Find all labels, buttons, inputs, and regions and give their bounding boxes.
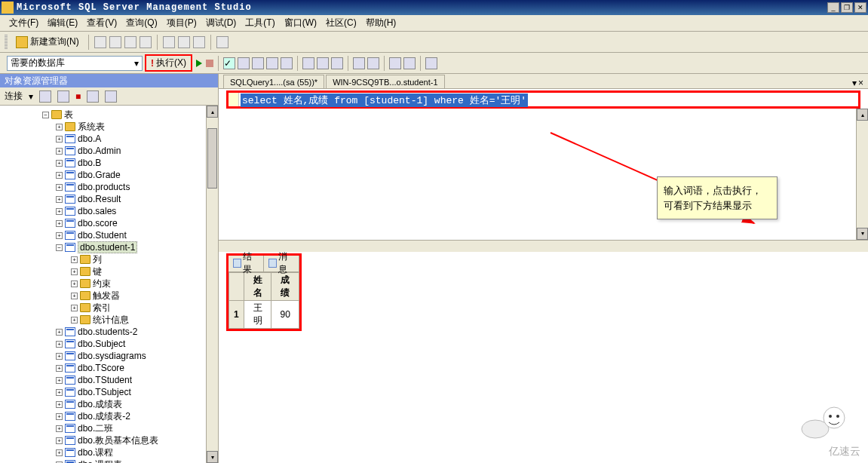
expand-icon[interactable]: + (56, 148, 63, 155)
scroll-down-icon[interactable]: ▾ (207, 451, 218, 463)
minimize-button[interactable]: _ (827, 2, 839, 13)
editor-space[interactable]: 输入词语，点击执行，可看到下方结果显示 ▴ ▾ (219, 109, 868, 240)
expand-icon[interactable]: + (56, 413, 63, 420)
tree-table-item[interactable]: +dbo.Subject (2, 338, 216, 350)
tree-table-item[interactable]: +dbo.TScore (2, 362, 216, 374)
expand-icon[interactable]: + (56, 365, 63, 372)
indent-icon[interactable] (389, 57, 401, 69)
object-tree[interactable]: − 表 + 系统表 +dbo.A+dbo.Admin+dbo.B+dbo.Gra… (0, 106, 218, 463)
tree-table-item[interactable]: +dbo.B (2, 157, 216, 169)
toolbar-icon[interactable] (238, 57, 250, 69)
toolbar-icon[interactable] (302, 57, 314, 69)
expand-icon[interactable]: + (56, 172, 63, 179)
expand-icon[interactable]: + (56, 184, 63, 191)
toolbar-icon-4[interactable] (140, 36, 152, 48)
play-icon[interactable] (196, 60, 202, 67)
toolbar-icon[interactable] (353, 57, 365, 69)
tree-table-item[interactable]: −dbo.student-1 (2, 241, 216, 253)
connect-label[interactable]: 连接 (5, 90, 23, 103)
tree-table-item[interactable]: +dbo.products (2, 181, 216, 193)
tree-subfolder[interactable]: +统计信息 (2, 314, 216, 326)
dropdown-icon[interactable]: ▾ (852, 78, 857, 88)
collapse-icon[interactable]: − (56, 244, 63, 251)
cell-0-0[interactable]: 王明 (244, 300, 271, 328)
toolbar-icon-2[interactable] (109, 36, 121, 48)
refresh-icon[interactable] (105, 90, 117, 103)
tree-subfolder[interactable]: +索引 (2, 302, 216, 314)
menu-query[interactable]: 查询(Q) (121, 15, 161, 31)
expand-icon[interactable]: + (56, 124, 63, 130)
scroll-down-icon[interactable]: ▾ (857, 228, 868, 240)
oe-icon-2[interactable] (57, 90, 69, 103)
toolbar-icon[interactable] (331, 57, 343, 69)
tree-subfolder[interactable]: +约束 (2, 277, 216, 290)
tab-close-icon[interactable]: × (858, 78, 863, 88)
toolbar-icon[interactable] (252, 57, 264, 69)
tree-table-item[interactable]: +dbo.课程表 (2, 458, 216, 463)
tree-table-item[interactable]: +dbo.sysdiagrams (2, 350, 216, 362)
collapse-icon[interactable]: − (42, 112, 49, 118)
toolbar-icon[interactable] (317, 57, 329, 69)
save-all-icon[interactable] (193, 36, 205, 48)
activity-icon[interactable] (216, 36, 229, 48)
scroll-up-icon[interactable]: ▴ (857, 109, 868, 121)
expand-icon[interactable]: + (56, 437, 63, 444)
toolbar-icon[interactable] (281, 57, 293, 69)
tree-table-item[interactable]: +dbo.A (2, 133, 216, 145)
expand-icon[interactable]: + (56, 449, 63, 456)
menu-help[interactable]: 帮助(H) (361, 15, 401, 31)
new-query-button[interactable]: 新建查询(N) (12, 33, 83, 51)
doc-tab-1[interactable]: SQLQuery1....(sa (55))* (223, 75, 324, 88)
expand-icon[interactable]: + (71, 317, 78, 323)
tree-scrollbar[interactable]: ▴ ▾ (206, 106, 218, 463)
tree-table-item[interactable]: +dbo.二班 (2, 422, 216, 434)
oe-icon-1[interactable] (39, 90, 51, 103)
menu-view[interactable]: 查看(V) (82, 15, 121, 31)
messages-tab[interactable]: 消息 (264, 256, 299, 271)
expand-icon[interactable]: + (56, 353, 63, 360)
check-icon[interactable]: ✓ (223, 57, 235, 69)
stop-icon[interactable] (206, 60, 213, 67)
scroll-thumb[interactable] (207, 128, 217, 189)
scroll-up-icon[interactable]: ▴ (207, 106, 218, 118)
expand-icon[interactable]: + (71, 293, 78, 299)
expand-icon[interactable]: + (56, 160, 63, 167)
execute-button[interactable]: ! 执行(X) (145, 54, 192, 72)
dropdown-icon[interactable]: ▾ (29, 91, 33, 102)
expand-icon[interactable]: + (71, 281, 78, 287)
menu-tools[interactable]: 工具(T) (241, 15, 279, 31)
expand-icon[interactable]: + (56, 329, 63, 336)
tree-table-item[interactable]: +dbo.students-2 (2, 326, 216, 338)
save-icon[interactable] (178, 36, 190, 48)
restore-button[interactable]: ❐ (841, 2, 853, 13)
expand-icon[interactable]: + (56, 220, 63, 227)
tree-table-item[interactable]: +dbo.Result (2, 193, 216, 205)
toolbar-icon[interactable] (425, 57, 437, 69)
expand-icon[interactable]: + (71, 268, 78, 275)
expand-icon[interactable]: + (56, 208, 63, 215)
close-button[interactable]: ✕ (854, 2, 866, 13)
expand-icon[interactable]: + (56, 377, 63, 384)
expand-icon[interactable]: + (56, 389, 63, 396)
tree-table-item[interactable]: +dbo.课程 (2, 446, 216, 458)
expand-icon[interactable]: + (71, 256, 78, 263)
tree-table-item[interactable]: +dbo.成绩表-2 (2, 410, 216, 422)
stop-icon[interactable]: ■ (75, 91, 81, 102)
expand-icon[interactable]: + (56, 401, 63, 408)
toolbar-icon[interactable] (266, 57, 278, 69)
tree-table-item[interactable]: +dbo.sales (2, 205, 216, 217)
toolbar-icon-3[interactable] (124, 36, 136, 48)
tree-table-item[interactable]: +dbo.Admin (2, 145, 216, 157)
tree-table-item[interactable]: +dbo.Student (2, 229, 216, 241)
sql-editor[interactable]: select 姓名,成绩 from [student-1] where 姓名='… (229, 93, 858, 106)
expand-icon[interactable]: + (71, 305, 78, 311)
tree-subfolder[interactable]: +触发器 (2, 290, 216, 302)
tree-table-item[interactable]: +dbo.TSubject (2, 386, 216, 398)
expand-icon[interactable]: + (56, 136, 63, 143)
menu-project[interactable]: 项目(P) (162, 15, 201, 31)
tree-table-item[interactable]: +dbo.TStudent (2, 374, 216, 386)
tree-table-item[interactable]: +dbo.Grade (2, 169, 216, 181)
menu-community[interactable]: 社区(C) (321, 15, 361, 31)
tree-table-item[interactable]: +dbo.教员基本信息表 (2, 434, 216, 446)
expand-icon[interactable]: + (56, 232, 63, 239)
